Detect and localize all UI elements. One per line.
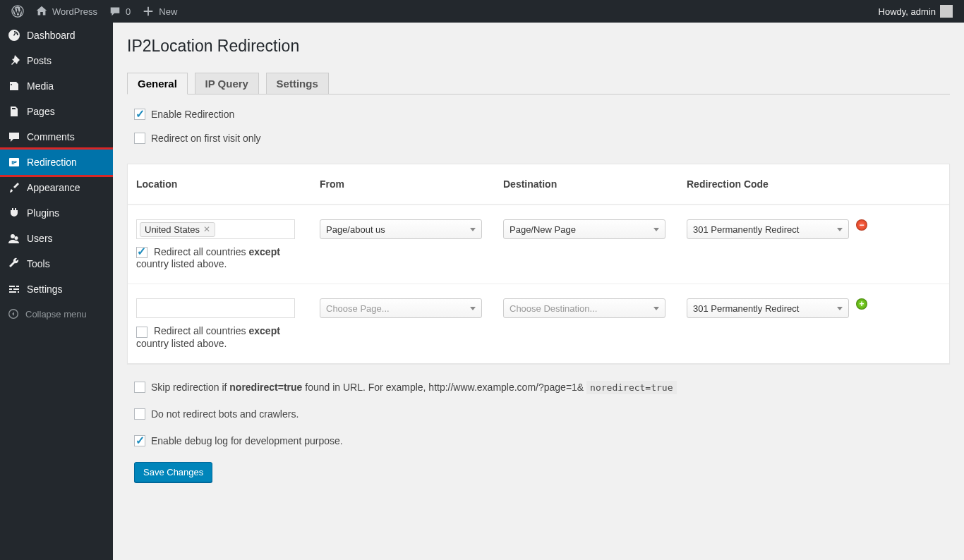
skip-noredirect-checkbox[interactable] [134,382,145,393]
no-bots-row[interactable]: Do not redirect bots and crawlers. [127,408,950,420]
tab-settings[interactable]: Settings [266,73,329,94]
location-input[interactable] [136,298,295,318]
sidebar-item-settings[interactable]: Settings [0,276,113,302]
first-visit-checkbox[interactable] [134,133,145,144]
enable-redirection-checkbox[interactable] [134,109,145,120]
location-tag: United States ✕ [140,222,215,237]
first-visit-label: Redirect on first visit only [151,133,261,144]
svg-text:IP: IP [11,159,17,166]
admin-sidebar: Dashboard Posts Media Pages Comments IP … [0,23,113,560]
no-bots-label: Do not redirect bots and crawlers. [151,408,299,420]
collapse-icon [7,308,20,320]
sidebar-item-label: Users [27,233,53,244]
main-content: IP2Location Redirection General IP Query… [113,23,964,560]
svg-point-3 [11,234,15,238]
toolbar-site-name: WordPress [52,6,97,17]
sidebar-item-label: Pages [27,106,55,117]
wrench-icon [7,257,21,271]
sidebar-collapse-label: Collapse menu [25,309,87,319]
toolbar-new-label: New [159,6,177,17]
home-icon [35,5,48,18]
enable-redirection-label: Enable Redirection [151,109,234,120]
sidebar-item-label: Plugins [27,207,59,219]
code-select[interactable]: 301 Permanently Redirect [687,298,849,318]
avatar [940,5,953,18]
col-from: From [320,178,503,190]
except-row: Redirect all countries except country li… [136,325,311,348]
wordpress-icon [11,5,24,18]
no-bots-checkbox[interactable] [134,408,145,420]
tab-nav: General IP Query Settings [127,66,950,95]
location-input[interactable]: United States ✕ [136,219,295,239]
toolbar-site-home[interactable]: WordPress [30,0,103,23]
except-row: Redirect all countries except country li… [136,246,311,269]
sidebar-item-label: Settings [27,284,63,295]
sidebar-collapse[interactable]: Collapse menu [0,302,113,326]
sidebar-item-tools[interactable]: Tools [0,251,113,276]
sidebar-item-redirection[interactable]: IP Redirection [0,150,113,175]
sliders-icon [7,282,21,296]
toolbar-comments[interactable]: 0 [103,0,136,23]
plug-icon [7,206,21,220]
sidebar-item-posts[interactable]: Posts [0,48,113,73]
table-row: United States ✕ Redirect all countries e… [128,205,949,284]
chevron-down-icon [837,307,843,310]
dashboard-icon [7,28,21,42]
wp-logo[interactable] [6,0,30,23]
table-row: Redirect all countries except country li… [128,284,949,363]
tab-ipquery[interactable]: IP Query [195,73,259,94]
debug-log-row[interactable]: Enable debug log for development purpose… [127,435,950,446]
page-icon [7,104,21,118]
sidebar-item-label: Posts [27,55,52,66]
sidebar-item-label: Redirection [27,157,77,168]
sidebar-item-label: Comments [27,131,75,142]
col-code: Redirection Code [687,178,856,190]
chevron-down-icon [653,228,659,231]
except-checkbox[interactable] [136,327,147,338]
sidebar-item-label: Tools [27,258,50,269]
toolbar-account[interactable]: Howdy, admin [873,5,958,18]
first-visit-row[interactable]: Redirect on first visit only [127,133,950,144]
from-select[interactable]: Page/about us [320,219,482,239]
admin-toolbar: WordPress 0 New Howdy, admin [0,0,964,23]
remove-row-icon[interactable]: − [856,219,867,231]
toolbar-howdy: Howdy, admin [879,6,936,17]
sidebar-item-media[interactable]: Media [0,73,113,99]
add-row-icon[interactable]: + [856,298,867,310]
destination-select[interactable]: Page/New Page [503,219,665,239]
sidebar-item-dashboard[interactable]: Dashboard [0,23,113,48]
sidebar-item-comments[interactable]: Comments [0,124,113,150]
chevron-down-icon [470,228,476,231]
sidebar-item-label: Dashboard [27,30,76,41]
comments-icon [7,130,21,144]
page-title: IP2Location Redirection [127,37,950,56]
chevron-down-icon [653,307,659,310]
enable-redirection-row[interactable]: Enable Redirection [127,109,950,120]
code-select[interactable]: 301 Permanently Redirect [687,219,849,239]
debug-log-label: Enable debug log for development purpose… [151,435,343,446]
from-select[interactable]: Choose Page... [320,298,482,318]
pin-icon [7,54,21,68]
plus-icon [142,5,155,18]
col-destination: Destination [503,178,687,190]
toolbar-new[interactable]: New [136,0,183,23]
except-checkbox[interactable] [136,247,147,258]
destination-select[interactable]: Choose Destination... [503,298,665,318]
users-icon [7,231,21,245]
toolbar-comments-count: 0 [126,6,131,17]
brush-icon [7,181,21,195]
sidebar-item-appearance[interactable]: Appearance [0,175,113,200]
tab-general[interactable]: General [127,73,188,95]
sidebar-item-pages[interactable]: Pages [0,99,113,124]
rules-table: Location From Destination Redirection Co… [127,164,950,364]
debug-log-checkbox[interactable] [134,435,145,446]
skip-noredirect-label: Skip redirection if noredirect=true foun… [151,382,677,393]
sidebar-item-users[interactable]: Users [0,226,113,251]
col-location: Location [136,178,320,190]
skip-noredirect-row[interactable]: Skip redirection if noredirect=true foun… [127,382,950,393]
chevron-down-icon [837,228,843,231]
remove-tag-icon[interactable]: ✕ [203,224,210,234]
comment-icon [109,5,121,18]
save-button[interactable]: Save Changes [134,462,212,482]
sidebar-item-plugins[interactable]: Plugins [0,200,113,226]
